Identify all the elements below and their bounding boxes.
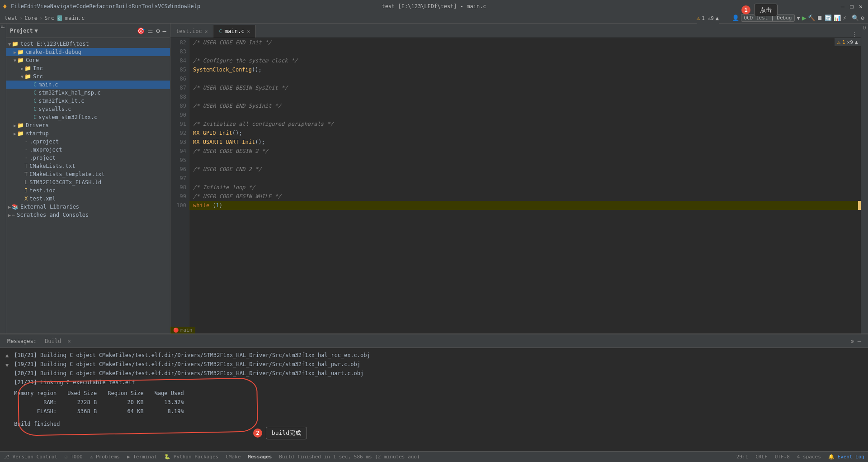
breadcrumb-test[interactable]: test (5, 15, 18, 21)
tree-item-cmakelists-tmpl[interactable]: T CMakeLists_template.txt (6, 170, 170, 178)
status-indent[interactable]: 4 spaces (797, 454, 821, 460)
status-bar: ⎇ Version Control ☑ TODO ⚠ Problems ▶ Te… (0, 451, 868, 462)
menu-help[interactable]: Help (187, 3, 200, 10)
tree-item-test-xml[interactable]: X test.xml (6, 195, 170, 203)
editor-content[interactable]: 8283848586 8788899091 9293949596 9798991… (170, 38, 861, 333)
tree-item-cproject[interactable]: · .cproject (6, 138, 170, 146)
breadcrumb-core[interactable]: Core (24, 15, 38, 21)
right-sidebar-icon[interactable]: D (863, 25, 866, 30)
status-todo[interactable]: ☑ TODO (65, 454, 83, 460)
tree-item-core[interactable]: ▼ 📁 Core (6, 56, 170, 64)
tree-item-syscalls[interactable]: C syscalls.c (6, 105, 170, 113)
status-messages[interactable]: Messages (248, 454, 272, 460)
problems-indicator[interactable]: ⚠ 1 ✕9 ▲ (835, 38, 861, 46)
menu-tools[interactable]: Tools (142, 3, 158, 10)
status-crlf[interactable]: CRLF (755, 454, 768, 460)
tree-item-ext-libs[interactable]: ▶ 📚 External Libraries (6, 203, 170, 211)
tab-main-c-label: main.c (225, 28, 244, 34)
app-logo: ♦ (3, 2, 7, 11)
scroll-up-icon[interactable]: ▲ (5, 351, 9, 360)
status-vcs[interactable]: ⎇ Version Control (4, 454, 57, 460)
tree-item-startup[interactable]: ▶ 📁 startup (6, 129, 170, 138)
tree-item-test-ioc[interactable]: I test.ioc (6, 186, 170, 195)
build-log-line-1: [18/21] Building C object CMakeFiles/tes… (14, 351, 370, 360)
tree-item-mxproject[interactable]: · .mxproject (6, 146, 170, 154)
status-problems[interactable]: ⚠ Problems (90, 454, 120, 460)
coverage-button[interactable]: 📊 (834, 14, 841, 21)
debug-dropdown-arrow[interactable]: ▼ (797, 15, 800, 21)
build-log-lines: [18/21] Building C object CMakeFiles/tes… (14, 351, 370, 429)
maximize-btn[interactable]: ❐ (848, 3, 855, 10)
minimize-btn[interactable]: — (839, 3, 846, 10)
reload-button[interactable]: 🔄 (825, 14, 832, 21)
expand-icon[interactable]: ▲ (716, 15, 719, 21)
hide-panel-icon[interactable]: — (163, 27, 166, 34)
code-area[interactable]: /* USER CODE END Init */ /* Configure th… (189, 38, 861, 333)
tab-test-ioc-close[interactable]: ✕ (205, 29, 208, 34)
status-encoding[interactable]: UTF-8 (775, 454, 790, 460)
line-numbers: 8283848586 8788899091 9293949596 9798991… (170, 38, 189, 333)
inline-hint: 🔴 main (170, 327, 195, 333)
tree-item-test[interactable]: ▼ 📁 test E:\123\LEDf\test (6, 40, 170, 48)
tree-item-scratches[interactable]: ▶ ✏ Scratches and Consoles (6, 211, 170, 219)
menu-build[interactable]: Build (115, 3, 132, 10)
project-tab-icon[interactable]: P (0, 25, 6, 29)
annotation-2: 2 build完成 (253, 427, 307, 439)
tree-item-hal-it[interactable]: C stm32f1xx_it.c (6, 97, 170, 105)
menu-navigate[interactable]: Navigate (50, 3, 76, 10)
build-button[interactable]: 🔨 (808, 14, 815, 21)
menu-vcs[interactable]: VCS (158, 3, 168, 10)
options-icon[interactable]: ⚙ (156, 27, 160, 34)
menu-code[interactable]: Code (76, 3, 90, 10)
tree-item-hal-msp[interactable]: C stm32f1xx_hal_msp.c (6, 89, 170, 97)
tree-item-flash-ld[interactable]: L STM32F103C8Tx_FLASH.ld (6, 178, 170, 186)
menu-refactor[interactable]: Refactor (89, 3, 115, 10)
stop-button[interactable]: ⏹ (817, 14, 823, 21)
menu-edit[interactable]: Edit (24, 3, 37, 10)
menu-run[interactable]: Run (132, 3, 142, 10)
build-minimize-icon[interactable]: — (858, 338, 861, 344)
search-button[interactable]: 🔍 (852, 14, 859, 21)
run-button[interactable]: ▶ (802, 14, 807, 22)
close-btn[interactable]: ✕ (857, 3, 864, 10)
status-build-msg: Build finished in 1 sec, 586 ms (2 minut… (279, 454, 420, 460)
menu-window[interactable]: Window (168, 3, 187, 10)
tree-item-cmake[interactable]: ▶ 📁 cmake-build-debug (6, 48, 170, 56)
tree-item-inc[interactable]: ▶ 📁 Inc (6, 64, 170, 72)
status-terminal[interactable]: ▶ Terminal (127, 454, 157, 460)
build-output: ▲ ▼ [18/21] Building C object CMakeFiles… (0, 348, 868, 451)
status-python[interactable]: 🐍 Python Packages (164, 454, 218, 460)
build-settings-icon[interactable]: ⚙ (851, 338, 854, 344)
tab-main-c[interactable]: C main.c ✕ (213, 25, 256, 38)
editor-area: test.ioc ✕ C main.c ✕ ⋮ 8283848586 87888… (170, 24, 861, 333)
status-cmake[interactable]: CMake (226, 454, 241, 460)
tree-item-cmakelists[interactable]: T CMakeLists.txt (6, 162, 170, 170)
memory-table: Memory region Used Size Region Size %age… (14, 389, 184, 416)
status-position[interactable]: 29:1 (736, 454, 749, 460)
tab-messages[interactable]: Build (40, 336, 66, 346)
project-dropdown-arrow[interactable]: ▼ (35, 28, 38, 34)
problems-count[interactable]: 1 ⚠9 (702, 15, 714, 21)
tree-item-system[interactable]: C system_stm32f1xx.c (6, 113, 170, 121)
activity-bar: P (0, 24, 6, 333)
status-event-log[interactable]: 🔔 Event Log (828, 454, 864, 460)
tree-item-main-c[interactable]: C main.c (6, 81, 170, 89)
settings-button[interactable]: ⚙ (861, 14, 864, 21)
scroll-down-icon[interactable]: ▼ (5, 361, 9, 370)
tree-item-drivers[interactable]: ▶ 📁 Drivers (6, 121, 170, 129)
collapse-all-icon[interactable]: ⚌ (147, 27, 153, 34)
tree-item-src[interactable]: ▼ 📁 Src (6, 72, 170, 81)
menu-view[interactable]: View (37, 3, 50, 10)
tab-test-ioc[interactable]: test.ioc ✕ (170, 25, 213, 38)
tab-options-icon[interactable]: ⋮ (852, 31, 857, 38)
menu-file[interactable]: File (11, 3, 24, 10)
menu-bar: File Edit View Navigate Code Refactor Bu… (11, 0, 787, 13)
tree-item-project[interactable]: · .project (6, 154, 170, 162)
profile-icon[interactable]: 👤 (732, 14, 739, 21)
svg-text:C: C (58, 17, 60, 21)
breadcrumb-main[interactable]: main.c (65, 15, 85, 21)
profiler-button[interactable]: ⚡ (843, 14, 846, 21)
locate-icon[interactable]: 🎯 (137, 27, 145, 34)
tab-main-c-close[interactable]: ✕ (247, 29, 250, 34)
breadcrumb-src[interactable]: Src (44, 15, 54, 21)
